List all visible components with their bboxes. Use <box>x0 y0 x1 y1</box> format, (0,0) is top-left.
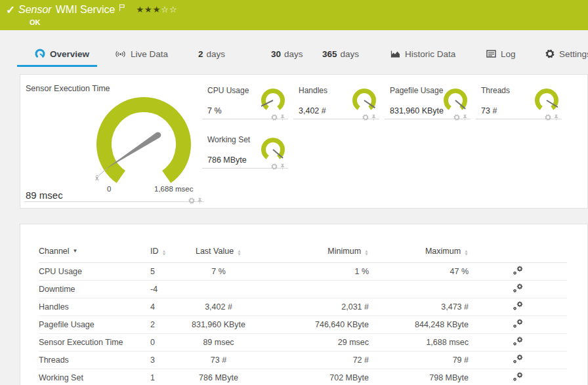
sensor-title: Sensor WMI Service ★★★☆☆ <box>18 3 178 16</box>
tab-label: days <box>284 49 303 59</box>
column-header-id[interactable]: ID▲▼ <box>150 243 182 263</box>
channel-settings-icon[interactable] <box>513 336 524 346</box>
pin-icon[interactable] <box>371 114 377 121</box>
tab-label: Log <box>501 49 516 59</box>
gauge-cell: Working Set 786 MByte <box>202 127 288 169</box>
priority-star-empty: ☆ <box>169 5 178 14</box>
cell-last-value: 831,960 KByte <box>182 316 255 334</box>
gauge-cell: CPU Usage 7 % <box>202 78 288 119</box>
cell-minimum: 702 MByte <box>255 369 369 385</box>
flag-icon[interactable] <box>119 2 125 15</box>
cell-channel: Threads <box>39 352 150 369</box>
channel-settings-icon[interactable] <box>513 372 524 382</box>
gauge-value: 73 # <box>481 106 497 115</box>
gear-icon[interactable] <box>362 114 369 121</box>
cell-id: 3 <box>150 352 182 369</box>
gauge-dial <box>440 85 471 115</box>
cell-minimum <box>255 281 369 298</box>
tab-overview[interactable]: Overview <box>35 43 89 65</box>
main-gauge-cell: Sensor Execution Time x̄ 0 1,688 msec 89… <box>24 75 204 202</box>
gauge-cell: Threads 73 # <box>476 78 562 119</box>
channel-settings-icon[interactable] <box>513 283 524 293</box>
column-header-max[interactable]: Maximum▲▼ <box>369 243 469 263</box>
sort-desc-icon: ▼ <box>73 248 78 254</box>
cell-id: -4 <box>150 281 182 298</box>
priority-stars[interactable]: ★★★☆☆ <box>136 3 177 16</box>
priority-star-filled: ★ <box>136 5 144 14</box>
gauge-corner-actions <box>362 114 377 121</box>
pin-icon[interactable] <box>197 197 203 204</box>
cell-minimum: 72 # <box>255 352 369 369</box>
tab-365-days[interactable]: 365days <box>322 43 359 65</box>
tab-label: Overview <box>50 49 89 59</box>
active-tab-underline <box>17 65 97 67</box>
gear-icon <box>545 49 555 58</box>
main-gauge-dial: x̄ <box>88 89 200 200</box>
main-gauge-min-label: 0 <box>107 185 111 193</box>
tab-number: 30 <box>271 49 281 59</box>
gear-icon[interactable] <box>453 114 460 121</box>
table-row: Threads 3 73 # 72 # 79 # <box>39 352 567 369</box>
cell-minimum: 29 msec <box>255 334 369 352</box>
cell-last-value: 786 MByte <box>182 369 255 385</box>
tab-label: days <box>207 49 226 59</box>
cell-maximum <box>369 281 469 298</box>
column-header-last[interactable]: Last Value▲▼ <box>182 243 255 263</box>
column-header-min[interactable]: Minimum▲▼ <box>255 243 369 263</box>
sort-icon: ▲▼ <box>364 249 369 256</box>
cell-id: 0 <box>150 334 182 352</box>
gauge-value: 7 % <box>207 106 222 115</box>
gear-icon[interactable] <box>188 197 195 204</box>
cell-id: 1 <box>150 369 182 385</box>
channel-settings-icon[interactable] <box>513 301 524 311</box>
tab-log[interactable]: Log <box>486 43 516 65</box>
channel-settings-icon[interactable] <box>513 354 524 364</box>
cell-maximum: 844,248 KByte <box>369 316 469 334</box>
tab-historic-data[interactable]: Historic Data <box>390 43 455 65</box>
cell-last-value: 3,402 # <box>182 298 255 316</box>
pin-icon[interactable] <box>280 163 285 170</box>
cell-channel: Downtime <box>39 281 150 298</box>
tab-bar: OverviewLive Data2days30days365daysHisto… <box>0 43 588 67</box>
tab-30-days[interactable]: 30days <box>271 43 303 65</box>
tab-2-days[interactable]: 2days <box>198 43 225 65</box>
pin-icon[interactable] <box>462 114 468 121</box>
table-row: Downtime -4 <box>39 281 567 298</box>
tab-live-data[interactable]: Live Data <box>115 43 168 65</box>
tab-label: Live Data <box>131 49 168 59</box>
cell-maximum: 798 MByte <box>369 369 469 385</box>
table-row: Handles 4 3,402 # 2,031 # 3,473 # <box>39 298 567 316</box>
channel-table-panel: Channel▼ID▲▼Last Value▲▼Minimum▲▼Maximum… <box>20 224 588 385</box>
sensor-title-prefix: Sensor <box>18 3 52 16</box>
gear-icon[interactable] <box>271 114 278 121</box>
cell-id: 5 <box>150 263 182 281</box>
table-row: CPU Usage 5 7 % 1 % 47 % <box>39 263 567 281</box>
cell-maximum: 79 # <box>369 352 469 369</box>
gauge-cell: Handles 3,402 # <box>293 78 379 119</box>
gauge-corner-actions <box>545 114 559 121</box>
gear-icon[interactable] <box>271 163 278 170</box>
gauge-corner-actions <box>271 163 285 170</box>
gauge-cell: Pagefile Usage 831,960 KByte <box>385 78 471 119</box>
gauges-panel: Sensor Execution Time x̄ 0 1,688 msec 89… <box>20 74 588 209</box>
column-header-channel[interactable]: Channel▼ <box>39 243 150 263</box>
cell-maximum: 47 % <box>369 263 469 281</box>
small-gauges-grid: CPU Usage 7 % Handles 3,402 # Pagefile U… <box>202 78 562 169</box>
status-badge: OK <box>30 18 41 26</box>
cell-last-value: 7 % <box>182 263 255 281</box>
gauge-corner-actions <box>453 114 468 121</box>
cell-minimum: 746,640 KByte <box>255 316 369 334</box>
sensor-header: ✓ Sensor WMI Service ★★★☆☆ OK <box>0 0 588 30</box>
channel-settings-icon[interactable] <box>513 319 524 329</box>
tab-settings[interactable]: Settings <box>545 43 588 65</box>
pin-icon[interactable] <box>553 114 559 121</box>
gear-icon[interactable] <box>545 114 551 121</box>
log-icon <box>486 50 496 58</box>
tab-label: days <box>341 49 360 59</box>
channel-settings-icon[interactable] <box>513 266 524 275</box>
cell-maximum: 1,688 msec <box>369 334 469 352</box>
tab-number: 365 <box>322 49 337 59</box>
pin-icon[interactable] <box>280 114 285 121</box>
cell-last-value: 73 # <box>182 352 255 369</box>
sort-icon: ▲▼ <box>464 249 469 256</box>
